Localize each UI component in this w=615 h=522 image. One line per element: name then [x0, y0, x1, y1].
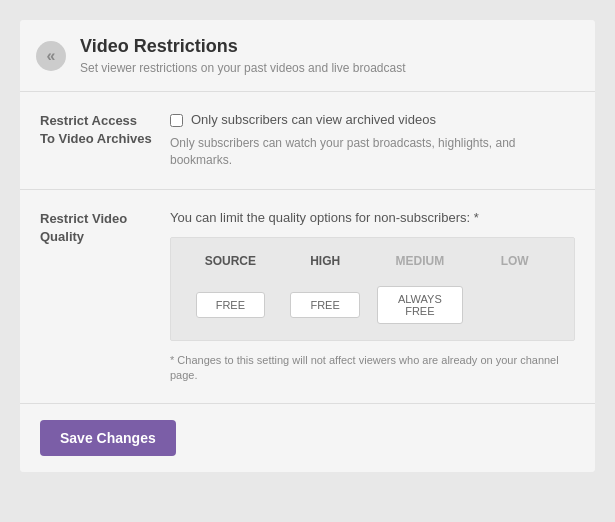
quality-grid: SOURCE HIGH MEDIUM LOW FREE FREE ALWAYS … — [170, 237, 575, 341]
back-icon[interactable]: « — [36, 41, 66, 71]
quality-buttons-row: FREE FREE ALWAYS FREE — [183, 282, 562, 328]
low-button — [480, 299, 549, 311]
access-label: Restrict Access To Video Archives — [40, 112, 170, 169]
quality-intro: You can limit the quality options for no… — [170, 210, 575, 225]
access-section: Restrict Access To Video Archives Only s… — [20, 92, 595, 190]
quality-col-low: LOW — [467, 250, 562, 272]
checkbox-label: Only subscribers can view archived video… — [191, 112, 436, 127]
quality-col-high: HIGH — [278, 250, 373, 272]
save-changes-button[interactable]: Save Changes — [40, 420, 176, 456]
high-free-button[interactable]: FREE — [290, 292, 359, 318]
quality-headers: SOURCE HIGH MEDIUM LOW — [183, 250, 562, 272]
page-subtitle: Set viewer restrictions on your past vid… — [80, 61, 575, 75]
page-header: « Video Restrictions Set viewer restrict… — [20, 20, 595, 92]
low-btn-cell — [467, 282, 562, 328]
source-free-button[interactable]: FREE — [196, 292, 265, 318]
quality-col-medium: MEDIUM — [373, 250, 468, 272]
medium-btn-cell: ALWAYS FREE — [373, 282, 468, 328]
quality-note: * Changes to this setting will not affec… — [170, 353, 575, 384]
page-footer: Save Changes — [20, 404, 595, 472]
high-btn-cell: FREE — [278, 282, 373, 328]
medium-always-free-button[interactable]: ALWAYS FREE — [377, 286, 464, 324]
subscribers-checkbox[interactable] — [170, 114, 183, 127]
page-title: Video Restrictions — [80, 36, 575, 57]
page-container: « Video Restrictions Set viewer restrict… — [20, 20, 595, 472]
source-btn-cell: FREE — [183, 282, 278, 328]
checkbox-row: Only subscribers can view archived video… — [170, 112, 575, 127]
quality-col-source: SOURCE — [183, 250, 278, 272]
access-content: Only subscribers can view archived video… — [170, 112, 575, 169]
quality-section: Restrict Video Quality You can limit the… — [20, 190, 595, 405]
subscribers-note: Only subscribers can watch your past bro… — [170, 135, 575, 169]
quality-label: Restrict Video Quality — [40, 210, 170, 384]
quality-content: You can limit the quality options for no… — [170, 210, 575, 384]
